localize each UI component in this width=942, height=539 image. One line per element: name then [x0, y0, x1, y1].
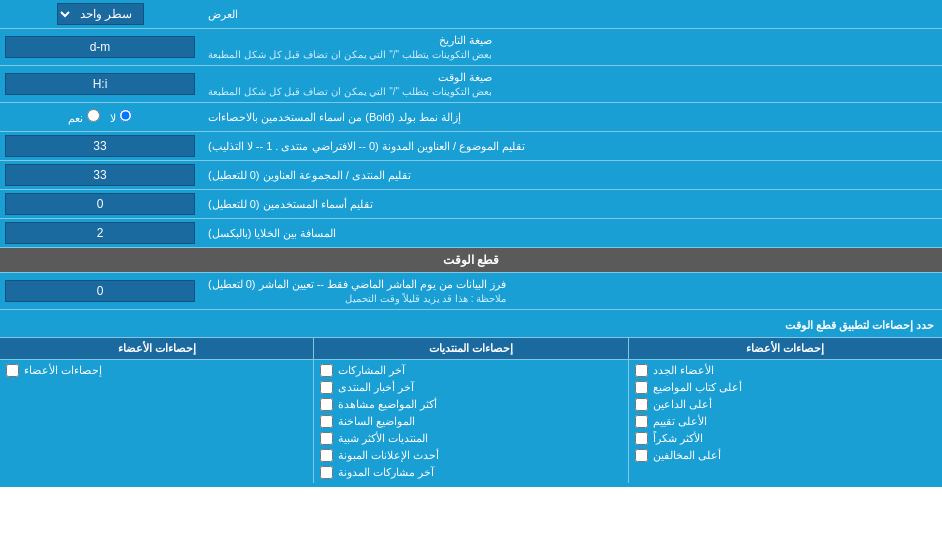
display-select-cell[interactable]: سطر واحد سطرين ثلاثة أسطر	[0, 0, 200, 28]
date-format-label: صيغة التاريخ بعض التكوينات يتطلب "/" الت…	[200, 29, 942, 65]
forum-trim-input[interactable]: 33	[5, 164, 195, 186]
gap-label: المسافة بين الخلايا (بالبكسل)	[200, 219, 942, 247]
radio-yes[interactable]	[87, 109, 100, 122]
time-format-row: صيغة الوقت بعض التكوينات يتطلب "/" التي …	[0, 66, 942, 103]
realtime-label: فرز البيانات من يوم الماشر الماضي فقط --…	[200, 273, 942, 309]
apply-label: حدد إحصاءات لتطبيق قطع الوقت	[0, 314, 942, 337]
gap-input-cell[interactable]: 2	[0, 219, 200, 247]
topics-trim-label: تقليم الموضوع / العناوين المدونة (0 -- ا…	[200, 132, 942, 160]
topics-trim-input-cell[interactable]: 33	[0, 132, 200, 160]
members-trim-input-cell[interactable]: 0	[0, 190, 200, 218]
date-format-input[interactable]: d-m	[5, 36, 195, 58]
checkbox-new-members[interactable]	[635, 364, 648, 377]
realtime-input[interactable]: 0	[5, 280, 195, 302]
list-item: المنتديات الأكثر شبية	[320, 430, 621, 447]
time-format-input[interactable]: H:i	[5, 73, 195, 95]
main-header-row: العرض سطر واحد سطرين ثلاثة أسطر	[0, 0, 942, 29]
bold-remove-label: إزالة نمط بولد (Bold) من اسماء المستخدمي…	[200, 103, 942, 131]
checkbox-member-stats[interactable]	[6, 364, 19, 377]
checkbox-last-news[interactable]	[320, 381, 333, 394]
col2-checkboxes: آخر المشاركات آخر أخبار المنتدى أكثر الم…	[313, 360, 627, 483]
list-item: أعلى كتاب المواضيع	[635, 379, 936, 396]
members-trim-row: تقليم أسماء المستخدمين (0 للتعطيل) 0	[0, 190, 942, 219]
checkbox-most-viewed[interactable]	[320, 398, 333, 411]
list-item: أعلى الداعين	[635, 396, 936, 413]
checkbox-hot-topics[interactable]	[320, 415, 333, 428]
gap-row: المسافة بين الخلايا (بالبكسل) 2	[0, 219, 942, 248]
radio-yes-label[interactable]: نعم	[68, 109, 99, 125]
realtime-section-header: قطع الوقت	[0, 248, 942, 273]
members-trim-label: تقليم أسماء المستخدمين (0 للتعطيل)	[200, 190, 942, 218]
date-format-row: صيغة التاريخ بعض التكوينات يتطلب "/" الت…	[0, 29, 942, 66]
list-item: الأكثر شكراً	[635, 430, 936, 447]
checkbox-top-rated[interactable]	[635, 415, 648, 428]
list-item: الأعلى تقييم	[635, 413, 936, 430]
list-item: أعلى المخالفين	[635, 447, 936, 464]
list-item: أحدث الإعلانات المبونة	[320, 447, 621, 464]
realtime-input-cell[interactable]: 0	[0, 273, 200, 309]
checkbox-last-posts[interactable]	[320, 364, 333, 377]
time-format-input-cell[interactable]: H:i	[0, 66, 200, 102]
list-item: أكثر المواضيع مشاهدة	[320, 396, 621, 413]
forum-trim-input-cell[interactable]: 33	[0, 161, 200, 189]
bold-remove-radio-cell[interactable]: لا نعم	[0, 103, 200, 131]
forum-trim-row: تقليم المنتدى / المجموعة العناوين (0 للت…	[0, 161, 942, 190]
bold-remove-row: إزالة نمط بولد (Bold) من اسماء المستخدمي…	[0, 103, 942, 132]
checkbox-top-topic-writers[interactable]	[635, 381, 648, 394]
checkbox-top-inviters[interactable]	[635, 398, 648, 411]
display-select[interactable]: سطر واحد سطرين ثلاثة أسطر	[57, 3, 144, 25]
main-label: العرض	[200, 0, 942, 28]
col3-header: إحصاءات الأعضاء	[0, 338, 313, 359]
list-item: إحصاءات الأعضاء	[6, 362, 307, 379]
bottom-section: حدد إحصاءات لتطبيق قطع الوقت إحصاءات الأ…	[0, 310, 942, 487]
topics-trim-input[interactable]: 33	[5, 135, 195, 157]
list-item: آخر مشاركات المدونة	[320, 464, 621, 481]
realtime-row: فرز البيانات من يوم الماشر الماضي فقط --…	[0, 273, 942, 310]
radio-no-label[interactable]: لا	[110, 109, 132, 125]
list-item: آخر المشاركات	[320, 362, 621, 379]
checkbox-latest-announcements[interactable]	[320, 449, 333, 462]
bold-radio-group: لا نعم	[60, 106, 139, 128]
apply-row: حدد إحصاءات لتطبيق قطع الوقت	[0, 314, 942, 338]
members-trim-input[interactable]: 0	[5, 193, 195, 215]
checkbox-most-thanked[interactable]	[635, 432, 648, 445]
checkbox-last-blog-posts[interactable]	[320, 466, 333, 479]
list-item: المواضيع الساخنة	[320, 413, 621, 430]
col-headers: إحصاءات الأعضاء إحصاءات المنتديات إحصاءا…	[0, 338, 942, 360]
radio-no[interactable]	[119, 109, 132, 122]
checkbox-most-popular-forums[interactable]	[320, 432, 333, 445]
topics-trim-row: تقليم الموضوع / العناوين المدونة (0 -- ا…	[0, 132, 942, 161]
col2-header: إحصاءات المنتديات	[313, 338, 627, 359]
checkbox-top-violators[interactable]	[635, 449, 648, 462]
gap-input[interactable]: 2	[5, 222, 195, 244]
col1-checkboxes: الأعضاء الجدد أعلى كتاب المواضيع أعلى ال…	[628, 360, 942, 483]
list-item: الأعضاء الجدد	[635, 362, 936, 379]
col1-header: إحصاءات الأعضاء	[628, 338, 942, 359]
forum-trim-label: تقليم المنتدى / المجموعة العناوين (0 للت…	[200, 161, 942, 189]
list-item: آخر أخبار المنتدى	[320, 379, 621, 396]
col3-checkboxes: إحصاءات الأعضاء	[0, 360, 313, 483]
time-format-label: صيغة الوقت بعض التكوينات يتطلب "/" التي …	[200, 66, 942, 102]
checkbox-area: الأعضاء الجدد أعلى كتاب المواضيع أعلى ال…	[0, 360, 942, 483]
date-format-input-cell[interactable]: d-m	[0, 29, 200, 65]
